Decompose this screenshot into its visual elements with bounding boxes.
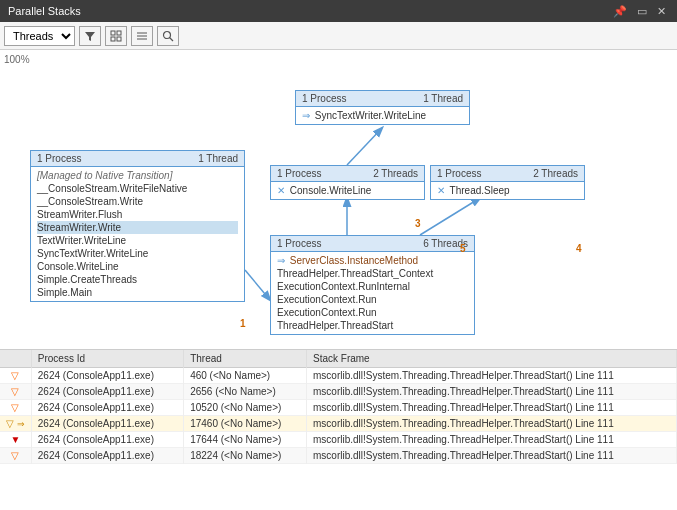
- node2-method2: ThreadHelper.ThreadStart_Context: [277, 267, 468, 280]
- table-row[interactable]: ▼ 2624 (ConsoleApp11.exe) 17644 (<No Nam…: [0, 432, 677, 448]
- node4-header: 1 Process 2 Threads: [431, 166, 584, 182]
- table-row[interactable]: ▽ 2624 (ConsoleApp11.exe) 18224 (<No Nam…: [0, 448, 677, 464]
- node5-process: 1 Process: [302, 93, 346, 104]
- row5-frame: mscorlib.dll!System.Threading.ThreadHelp…: [307, 432, 677, 448]
- node2-method1: ⇒ ServerClass.InstanceMethod: [277, 254, 468, 267]
- node4: 1 Process 2 Threads ✕ Thread.Sleep: [430, 165, 585, 200]
- toggle2-button[interactable]: [131, 26, 153, 46]
- node4-method1-text: Thread.Sleep: [450, 185, 510, 196]
- label4: 4: [576, 243, 582, 254]
- node2: 1 Process 6 Threads ⇒ ServerClass.Instan…: [270, 235, 475, 335]
- col-thread: Thread: [184, 350, 307, 368]
- node2-method5: ExecutionContext.Run: [277, 306, 468, 319]
- row2-thread: 2656 (<No Name>): [184, 384, 307, 400]
- node3-body: ✕ Console.WriteLine: [271, 182, 424, 199]
- node2-method3: ExecutionContext.RunInternal: [277, 280, 468, 293]
- row1-process: 2624 (ConsoleApp11.exe): [31, 368, 183, 384]
- row6-frame: mscorlib.dll!System.Threading.ThreadHelp…: [307, 448, 677, 464]
- toolbar: Threads Tasks: [0, 22, 677, 50]
- search-icon: [162, 30, 174, 42]
- node5-header: 1 Process 1 Thread: [296, 91, 469, 107]
- label5: 5: [460, 243, 466, 254]
- table-area: Process Id Thread Stack Frame ▽ 2624 (Co…: [0, 350, 677, 510]
- node3-method1: ✕ Console.WriteLine: [277, 184, 418, 197]
- node2-method1-icon: ⇒: [277, 255, 285, 266]
- node2-method4: ExecutionContext.Run: [277, 293, 468, 306]
- row1-icon: ▽: [0, 368, 31, 384]
- table-row[interactable]: ▽ 2624 (ConsoleApp11.exe) 460 (<No Name>…: [0, 368, 677, 384]
- svg-line-10: [420, 198, 480, 235]
- main-container: 100% 1 Process 1 Thread: [0, 50, 677, 510]
- node5: 1 Process 1 Thread ⇒ SyncTextWriter.Writ…: [295, 90, 470, 125]
- graph-area: 100% 1 Process 1 Thread: [0, 50, 677, 350]
- svg-line-12: [245, 270, 270, 300]
- node2-body: ⇒ ServerClass.InstanceMethod ThreadHelpe…: [271, 252, 474, 334]
- svg-rect-1: [117, 31, 121, 35]
- pin-button[interactable]: 📌: [610, 5, 630, 18]
- node5-body: ⇒ SyncTextWriter.WriteLine: [296, 107, 469, 124]
- svg-rect-3: [117, 37, 121, 41]
- row6-icon: ▽: [0, 448, 31, 464]
- node4-method1: ✕ Thread.Sleep: [437, 184, 578, 197]
- node1-method3: StreamWriter.Flush: [37, 208, 238, 221]
- float-button[interactable]: ▭: [634, 5, 650, 18]
- col-stack-frame: Stack Frame: [307, 350, 677, 368]
- node1-method6: SyncTextWriter.WriteLine: [37, 247, 238, 260]
- row6-process: 2624 (ConsoleApp11.exe): [31, 448, 183, 464]
- label3: 3: [415, 218, 421, 229]
- svg-rect-2: [111, 37, 115, 41]
- row5-thread: 17644 (<No Name>): [184, 432, 307, 448]
- node5-threads: 1 Thread: [423, 93, 463, 104]
- node1-method2: __ConsoleStream.Write: [37, 195, 238, 208]
- label1: 1: [240, 318, 246, 329]
- svg-rect-0: [111, 31, 115, 35]
- row3-process: 2624 (ConsoleApp11.exe): [31, 400, 183, 416]
- node1-process: 1 Process: [37, 153, 81, 164]
- row4-frame: mscorlib.dll!System.Threading.ThreadHelp…: [307, 416, 677, 432]
- row4-process: 2624 (ConsoleApp11.exe): [31, 416, 183, 432]
- filter-button[interactable]: [79, 26, 101, 46]
- svg-point-7: [164, 31, 171, 38]
- node5-method1: ⇒ SyncTextWriter.WriteLine: [302, 109, 463, 122]
- view-dropdown[interactable]: Threads Tasks: [4, 26, 75, 46]
- row3-frame: mscorlib.dll!System.Threading.ThreadHelp…: [307, 400, 677, 416]
- node1-threads: 1 Thread: [198, 153, 238, 164]
- node3-process: 1 Process: [277, 168, 321, 179]
- row3-thread: 10520 (<No Name>): [184, 400, 307, 416]
- toggle1-button[interactable]: [105, 26, 127, 46]
- row4-icon: ▽ ⇒: [0, 416, 31, 432]
- search-button[interactable]: [157, 26, 179, 46]
- node5-method1-text: SyncTextWriter.WriteLine: [315, 110, 426, 121]
- node1-method1: __ConsoleStream.WriteFileNative: [37, 182, 238, 195]
- toggle2-icon: [136, 30, 148, 42]
- row1-thread: 460 (<No Name>): [184, 368, 307, 384]
- table-row[interactable]: ▽ 2624 (ConsoleApp11.exe) 10520 (<No Nam…: [0, 400, 677, 416]
- node1-method7: Console.WriteLine: [37, 260, 238, 273]
- col-icon: [0, 350, 31, 368]
- node1-method0: [Managed to Native Transition]: [37, 169, 238, 182]
- node4-threads: 2 Threads: [533, 168, 578, 179]
- node1-method9: Simple.Main: [37, 286, 238, 299]
- row2-process: 2624 (ConsoleApp11.exe): [31, 384, 183, 400]
- row4-thread: 17460 (<No Name>): [184, 416, 307, 432]
- node5-method1-icon: ⇒: [302, 110, 310, 121]
- row5-icon: ▼: [0, 432, 31, 448]
- col-process-id: Process Id: [31, 350, 183, 368]
- toggle1-icon: [110, 30, 122, 42]
- svg-line-8: [170, 37, 174, 41]
- table-row[interactable]: ▽ ⇒ 2624 (ConsoleApp11.exe) 17460 (<No N…: [0, 416, 677, 432]
- node2-process: 1 Process: [277, 238, 321, 249]
- close-button[interactable]: ✕: [654, 5, 669, 18]
- node1-body: [Managed to Native Transition] __Console…: [31, 167, 244, 301]
- window-title: Parallel Stacks: [8, 5, 81, 17]
- row2-frame: mscorlib.dll!System.Threading.ThreadHelp…: [307, 384, 677, 400]
- zoom-label: 100%: [4, 54, 30, 65]
- table-body: ▽ 2624 (ConsoleApp11.exe) 460 (<No Name>…: [0, 368, 677, 464]
- table-row[interactable]: ▽ 2624 (ConsoleApp11.exe) 2656 (<No Name…: [0, 384, 677, 400]
- row5-process: 2624 (ConsoleApp11.exe): [31, 432, 183, 448]
- node3-method1-text: Console.WriteLine: [290, 185, 372, 196]
- row1-frame: mscorlib.dll!System.Threading.ThreadHelp…: [307, 368, 677, 384]
- svg-line-11: [347, 128, 382, 165]
- node1: 1 Process 1 Thread [Managed to Native Tr…: [30, 150, 245, 302]
- node2-header: 1 Process 6 Threads: [271, 236, 474, 252]
